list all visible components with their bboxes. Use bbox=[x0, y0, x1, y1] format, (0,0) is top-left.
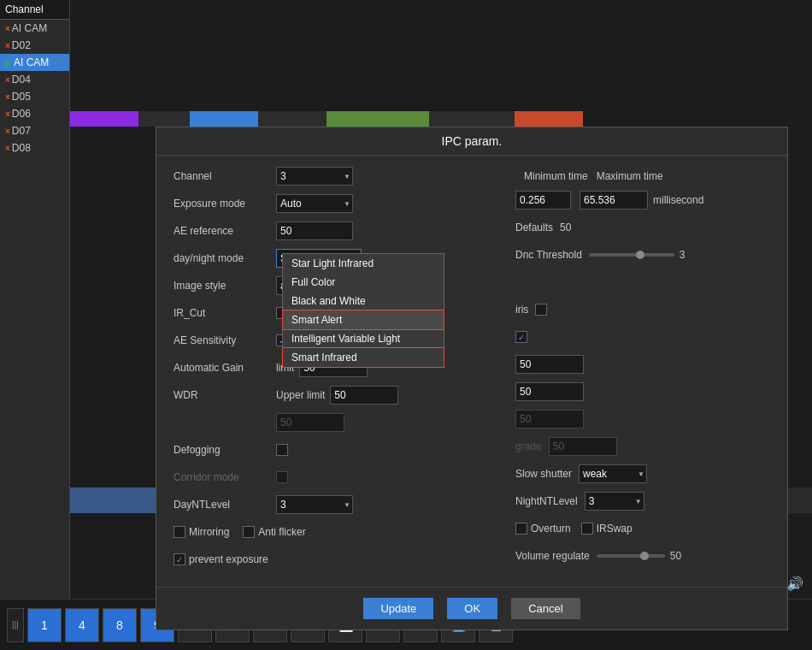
sidebar-item-label: D02 bbox=[12, 39, 31, 51]
channel-select[interactable]: 3 bbox=[276, 167, 353, 186]
day-nt-row: DayNTLevel 3 bbox=[174, 494, 498, 515]
min-time-input[interactable] bbox=[515, 191, 571, 210]
iris-checkbox[interactable] bbox=[535, 304, 547, 316]
ir-cut-label: IR_Cut bbox=[174, 307, 276, 319]
x-icon: × bbox=[5, 41, 10, 50]
grade-input bbox=[549, 437, 617, 456]
sidebar-item-label: AI CAM bbox=[12, 22, 47, 34]
iris-label: iris bbox=[515, 304, 528, 316]
day-night-label: day/night mode bbox=[174, 252, 276, 264]
dropdown-item-full-color[interactable]: Full Color bbox=[283, 273, 444, 292]
grade-row: grade bbox=[515, 436, 770, 457]
volume-slider-thumb bbox=[640, 552, 649, 560]
defogging-label: Defogging bbox=[174, 444, 276, 456]
sidebar-item-d07[interactable]: × D07 bbox=[0, 122, 69, 139]
arrow-icon: ▶ bbox=[5, 58, 12, 68]
defaults-label: Defaults bbox=[515, 222, 553, 233]
slow-shutter-row: Slow shutter weak bbox=[515, 464, 770, 484]
dialog: IPC param. Channel 3 bbox=[156, 127, 788, 630]
dnc-slider-thumb bbox=[636, 251, 644, 259]
ae-ref-input[interactable] bbox=[276, 222, 353, 240]
ae-ref-label: AE reference bbox=[174, 225, 276, 237]
auto-gain-right-input[interactable] bbox=[515, 355, 584, 374]
mirroring-wrapper: Mirroring bbox=[174, 526, 229, 538]
wdr-lower-row bbox=[174, 412, 498, 433]
time-unit-label: millisecond bbox=[653, 194, 703, 206]
wdr-upper-input[interactable] bbox=[330, 386, 398, 405]
ae-sens-right-checkbox[interactable] bbox=[515, 331, 527, 343]
dnc-value: 3 bbox=[680, 249, 685, 261]
image-style-label: Image style bbox=[174, 280, 276, 292]
night-nt-label: NightNTLevel bbox=[515, 495, 578, 507]
update-button[interactable]: Update bbox=[363, 598, 433, 619]
color-bar-purple bbox=[70, 111, 138, 127]
volume-icon: 🔊 bbox=[786, 576, 803, 592]
volume-slider[interactable] bbox=[597, 554, 665, 558]
night-nt-row: NightNTLevel 3 bbox=[515, 491, 770, 511]
sidebar-item-d04[interactable]: × D04 bbox=[0, 71, 69, 88]
slow-shutter-select[interactable]: weak bbox=[579, 464, 647, 483]
anti-flicker-label: Anti flicker bbox=[258, 526, 305, 538]
taskbar-btn-8[interactable]: 8 bbox=[103, 608, 137, 642]
wdr-lower-input bbox=[276, 413, 344, 432]
prevent-row: prevent exposure bbox=[174, 549, 498, 570]
dropdown-item-smart-infrared[interactable]: Smart Infrared bbox=[283, 348, 444, 367]
day-nt-select-wrapper: 3 bbox=[276, 495, 353, 514]
sidebar-item-ai-cam-2[interactable]: ▶ AI CAM bbox=[0, 54, 69, 71]
corridor-checkbox[interactable] bbox=[276, 471, 288, 483]
sidebar-item-d05[interactable]: × D05 bbox=[0, 88, 69, 105]
sidebar-item-label: D06 bbox=[12, 108, 31, 120]
sidebar-item-label: D08 bbox=[12, 142, 31, 154]
dropdown-item-black-white[interactable]: Black and White bbox=[283, 292, 444, 310]
taskbar-btn-1[interactable]: 1 bbox=[27, 608, 62, 642]
channel-select-wrapper: 3 bbox=[276, 167, 353, 186]
dropdown-item-smart-alert[interactable]: Smart Alert bbox=[283, 310, 444, 329]
dropdown-menu: Star Light Infrared Full Color Black and… bbox=[282, 253, 444, 368]
color-bar-dark3 bbox=[429, 111, 515, 127]
defaults-value: 50 bbox=[560, 222, 571, 233]
day-nt-select[interactable]: 3 bbox=[276, 495, 353, 514]
sidebar-item-d06[interactable]: × D06 bbox=[0, 105, 69, 122]
ae-sens-right-row bbox=[515, 327, 770, 347]
ok-button[interactable]: OK bbox=[447, 598, 497, 619]
sidebar-item-ai-cam-1[interactable]: × AI CAM bbox=[0, 20, 69, 37]
sidebar-item-label: AI CAM bbox=[14, 56, 49, 68]
overturn-checkbox[interactable] bbox=[515, 523, 527, 535]
dnc-slider[interactable] bbox=[589, 253, 674, 257]
dialog-columns: Channel 3 Exposure mode Auto bbox=[174, 166, 770, 576]
dropdown-item-intelligent[interactable]: Intelligent Variable Light bbox=[283, 329, 444, 348]
x-icon: × bbox=[5, 92, 10, 102]
prevent-checkbox[interactable] bbox=[174, 553, 185, 565]
irswap-wrapper: IRSwap bbox=[581, 523, 633, 535]
ae-ref-row: AE reference bbox=[174, 221, 498, 241]
taskbar-btn-4[interactable]: 4 bbox=[65, 608, 99, 642]
x-icon: × bbox=[5, 144, 10, 153]
prevent-wrapper: prevent exposure bbox=[174, 553, 268, 565]
wdr-upper-right-input[interactable] bbox=[515, 382, 584, 401]
defogging-row: Defogging bbox=[174, 440, 498, 460]
mirroring-checkbox[interactable] bbox=[174, 526, 185, 538]
irswap-checkbox[interactable] bbox=[581, 523, 593, 535]
auto-gain-right-row bbox=[515, 354, 770, 375]
sidebar-item-label: D05 bbox=[12, 91, 31, 103]
night-nt-select[interactable]: 3 bbox=[585, 492, 644, 511]
max-time-input[interactable] bbox=[580, 191, 648, 210]
day-nt-label: DayNTLevel bbox=[174, 499, 276, 511]
sidebar-item-d02[interactable]: × D02 bbox=[0, 37, 69, 54]
cancel-button[interactable]: Cancel bbox=[511, 598, 580, 619]
dropdown-item-star-light[interactable]: Star Light Infrared bbox=[283, 254, 444, 273]
volume-value: 50 bbox=[670, 550, 681, 562]
dialog-body: Channel 3 Exposure mode Auto bbox=[156, 156, 787, 587]
exposure-select[interactable]: Auto bbox=[276, 194, 353, 213]
min-max-value-row: millisecond bbox=[515, 190, 770, 210]
anti-flicker-checkbox[interactable] bbox=[243, 526, 255, 538]
color-bar-blue bbox=[190, 111, 258, 127]
overturn-irswap-row: Overturn IRSwap bbox=[515, 518, 770, 539]
defogging-checkbox[interactable] bbox=[276, 444, 288, 456]
dialog-buttons: Update OK Cancel bbox=[156, 587, 787, 629]
min-time-header: Minimum time bbox=[524, 170, 588, 182]
sidebar-item-d08[interactable]: × D08 bbox=[0, 139, 69, 157]
sidebar-item-label: D04 bbox=[12, 74, 31, 86]
min-max-header-row: Minimum time Maximum time bbox=[515, 166, 770, 186]
col-left: Channel 3 Exposure mode Auto bbox=[174, 166, 498, 576]
